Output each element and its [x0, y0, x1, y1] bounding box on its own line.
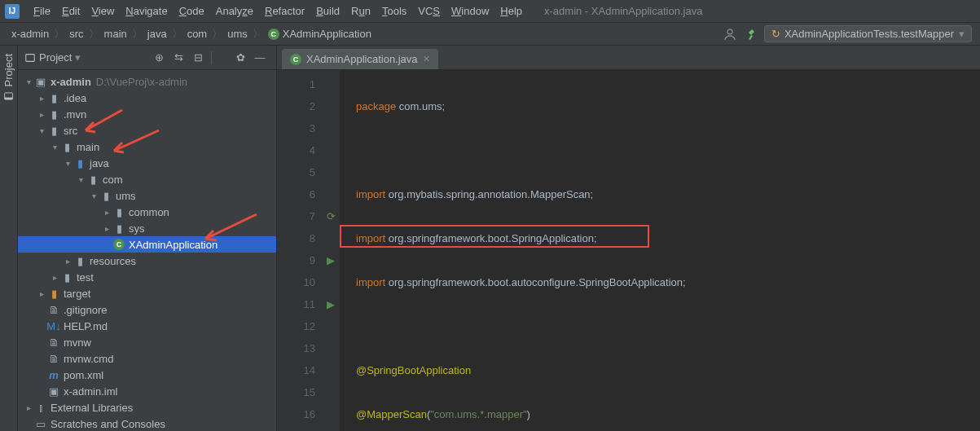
menu-analyze[interactable]: Analyze [210, 5, 259, 17]
menu-window[interactable]: Window [446, 5, 494, 17]
tree-com[interactable]: ▾▮com [18, 171, 276, 187]
sidebar-header: Project ▾ ⊕ ⇆ ⊟ ✿ — [18, 46, 276, 70]
svg-point-0 [727, 29, 732, 34]
gutter-marks: ⟳ ▶ ▶ [322, 70, 340, 431]
menu-help[interactable]: Help [494, 5, 528, 17]
ide-logo: IJ [5, 4, 20, 19]
menu-edit[interactable]: Edit [56, 5, 86, 17]
tree-pom[interactable]: mpom.xml [18, 367, 276, 383]
run-config-select[interactable]: ↻ XAdminApplicationTests.testMapper ▾ [764, 25, 972, 42]
run-config-icon: ↻ [771, 28, 780, 40]
line-gutter: 12345678910111213141516 [277, 70, 322, 431]
project-tool-tab[interactable]: Project [0, 46, 17, 109]
tree-test[interactable]: ▸▮test [18, 269, 276, 285]
editor-tab[interactable]: C XAdminApplication.java ✕ [282, 49, 438, 69]
chevron-down-icon: ▾ [75, 51, 81, 64]
tree-mvn[interactable]: ▸▮.mvn [18, 106, 276, 122]
user-icon[interactable] [721, 25, 739, 43]
settings-icon[interactable]: ✿ [232, 50, 248, 66]
tool-window-bar: Project [0, 46, 18, 431]
run-gutter-icon[interactable]: ▶ [322, 293, 340, 315]
expand-all-icon[interactable]: ⇆ [170, 50, 187, 66]
tree-helpmd[interactable]: M↓HELP.md [18, 318, 276, 334]
project-icon [24, 52, 36, 64]
chevron-down-icon: ▾ [959, 28, 965, 40]
project-tree[interactable]: ▾▣x-adminD:\VueProj\x-admin ▸▮.idea ▸▮.m… [18, 70, 276, 431]
menu-view[interactable]: View [86, 5, 120, 17]
tree-src[interactable]: ▾▮src [18, 122, 276, 139]
gutter-icon[interactable]: ⟳ [322, 205, 340, 227]
editor-tabs: C XAdminApplication.java ✕ [277, 46, 980, 70]
crumb-com[interactable]: com [184, 28, 211, 40]
tree-resources[interactable]: ▸▮resources [18, 253, 276, 269]
tree-target[interactable]: ▸▮target [18, 285, 276, 301]
run-config-label: XAdminApplicationTests.testMapper [784, 28, 954, 40]
menu-build[interactable]: Build [310, 5, 345, 17]
crumb-src[interactable]: src [66, 28, 86, 40]
menu-code[interactable]: Code [174, 5, 210, 17]
tab-label: XAdminApplication.java [306, 53, 418, 65]
tree-root[interactable]: ▾▣x-adminD:\VueProj\x-admin [18, 73, 276, 90]
window-title: x-admin - XAdminApplication.java [544, 5, 702, 17]
project-view-select[interactable]: Project ▾ [24, 51, 81, 64]
run-gutter-icon[interactable]: ▶ [322, 249, 340, 271]
menu-refactor[interactable]: Refactor [259, 5, 310, 17]
code-content[interactable]: package com.ums; import org.mybatis.spri… [340, 70, 980, 431]
crumb-ums[interactable]: ums [224, 28, 251, 40]
select-opened-file-icon[interactable]: ⊕ [151, 50, 167, 66]
code-editor[interactable]: 12345678910111213141516 ⟳ ▶ ▶ package co… [277, 70, 980, 431]
menu-bar: IJ File Edit View Navigate Code Analyze … [0, 0, 980, 23]
crumb-root[interactable]: x-admin [8, 28, 52, 40]
crumb-sep: 〉 [52, 27, 66, 42]
menu-tools[interactable]: Tools [376, 5, 412, 17]
svg-rect-3 [26, 54, 35, 61]
collapse-all-icon[interactable]: ⊟ [190, 50, 206, 66]
crumb-java[interactable]: java [144, 28, 170, 40]
menu-navigate[interactable]: Navigate [120, 5, 173, 17]
tree-common[interactable]: ▸▮common [18, 204, 276, 220]
tree-idea[interactable]: ▸▮.idea [18, 90, 276, 106]
tree-main[interactable]: ▾▮main [18, 139, 276, 155]
nav-bar: x-admin〉 src〉 main〉 java〉 com〉 ums〉 CXAd… [0, 23, 980, 46]
tree-ums[interactable]: ▾▮ums [18, 187, 276, 204]
project-sidebar: Project ▾ ⊕ ⇆ ⊟ ✿ — ▾▣x-adminD:\VueProj\… [18, 46, 277, 431]
tree-appclass[interactable]: CXAdminApplication [18, 236, 276, 253]
menu-vcs[interactable]: VCS [412, 5, 446, 17]
crumb-class[interactable]: CXAdminApplication [265, 28, 375, 41]
tree-gitignore[interactable]: 🗎.gitignore [18, 301, 276, 318]
tree-extlib[interactable]: ▸⫿External Libraries [18, 399, 276, 416]
tree-iml[interactable]: ▣x-admin.iml [18, 383, 276, 399]
hide-icon[interactable]: — [252, 50, 268, 66]
tree-sys[interactable]: ▸▮sys [18, 220, 276, 236]
main-area: Project Project ▾ ⊕ ⇆ ⊟ ✿ — ▾▣x-adminD:\… [0, 46, 980, 431]
menu-file[interactable]: File [28, 5, 56, 17]
tree-scratches[interactable]: ▭Scratches and Consoles [18, 416, 276, 431]
crumb-main[interactable]: main [101, 28, 130, 40]
tree-mvnwcmd[interactable]: 🗎mvnw.cmd [18, 350, 276, 367]
close-icon[interactable]: ✕ [423, 54, 430, 64]
tree-mvnw[interactable]: 🗎mvnw [18, 334, 276, 350]
editor-area: C XAdminApplication.java ✕ 1234567891011… [277, 46, 980, 431]
tree-java[interactable]: ▾▮java [18, 155, 276, 171]
menu-run[interactable]: Run [345, 5, 376, 17]
class-icon: C [290, 54, 301, 65]
build-icon[interactable] [744, 25, 762, 43]
svg-rect-2 [5, 98, 13, 99]
